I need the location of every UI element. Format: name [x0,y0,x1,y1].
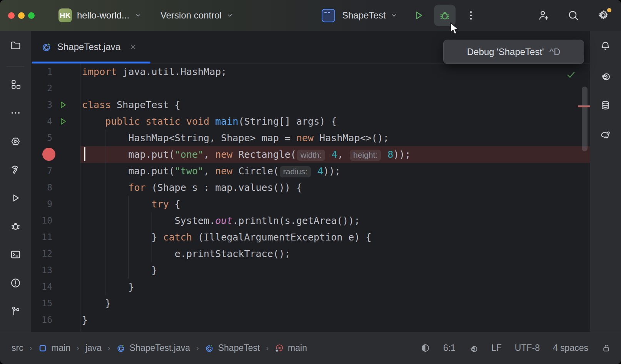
gutter-line-15[interactable]: 15 [31,295,80,312]
close-tab-icon[interactable] [129,43,137,51]
gutter-line-16[interactable]: 16 [31,312,80,328]
structure-icon[interactable] [7,77,24,93]
close-window-button[interactable] [8,12,15,19]
problems-icon[interactable] [7,275,24,291]
line-text: map.put("one", new Rectangle(width: 4, h… [80,146,411,163]
contrast-icon[interactable] [421,343,430,353]
gutter-separator [80,63,80,332]
breadcrumb-java[interactable]: java [85,343,102,353]
run-play-icon[interactable] [7,190,24,206]
breadcrumb-separator-icon: › [265,344,269,352]
run-config-name[interactable]: ShapeTest [342,10,386,21]
breadcrumb-separator-icon: › [107,344,111,352]
gutter-line-11[interactable]: 11 [31,229,80,245]
chevron-down-icon [226,12,234,19]
gutter-line-7[interactable]: 7 [31,163,80,179]
ai-assistant-icon[interactable] [597,67,614,84]
zoom-window-button[interactable] [28,12,35,19]
project-widget[interactable]: HK hello-world... [58,8,142,22]
class-run-icon [42,42,52,52]
breadcrumb-shapetest[interactable]: ShapeTest [205,343,260,353]
breadcrumb-label: src [12,343,23,353]
code-editor[interactable]: 1import java.util.HashMap;23class ShapeT… [31,63,590,332]
run-line-icon[interactable] [52,97,80,113]
indent-guide [152,212,152,262]
breadcrumb-main[interactable]: mmain [275,343,307,353]
gutter-line-1[interactable]: 1 [31,63,80,80]
more-horizontal-icon[interactable] [7,105,24,121]
debug-bug-icon[interactable] [7,219,24,234]
project-name: hello-world... [77,10,129,21]
ai-assistant-icon[interactable] [469,343,478,353]
line-text: } [80,295,111,312]
build-hammer-icon[interactable] [7,162,24,177]
gradle-elephant-icon[interactable] [597,126,614,143]
services-icon[interactable] [7,134,24,149]
status-6-1[interactable]: 6:1 [443,343,456,353]
gutter-line-3[interactable]: 3 [31,97,80,113]
error-stripe-breakpoint-mark[interactable] [578,105,590,107]
method-icon: m [275,344,284,353]
code-line-8: 8 for (Shape s : map.values()) { [31,179,590,196]
run-config-icon[interactable] [322,9,335,22]
settings-button[interactable] [593,5,614,26]
git-branch-icon[interactable] [7,303,24,319]
breadcrumb-label: ShapeTest.java [130,343,190,353]
search-everywhere-button[interactable] [563,5,584,26]
line-text: } [80,312,88,328]
lock-open-icon[interactable] [601,343,611,353]
settings-badge [607,8,611,12]
folder-icon[interactable] [7,37,24,53]
status-utf-8[interactable]: UTF-8 [515,343,540,353]
editor-scrollbar[interactable] [582,87,588,151]
tooltip-text: Debug 'ShapeTest' [467,47,544,57]
run-line-icon[interactable] [52,113,80,130]
breadcrumb-label: main [51,343,70,353]
database-icon[interactable] [597,97,614,114]
breadcrumb-label: ShapeTest [218,343,260,353]
gutter-line-9[interactable]: 9 [31,196,80,212]
code-line-17: 17 [31,328,590,332]
gutter-line-13[interactable]: 13 [31,262,80,279]
editor-tab-shapetest[interactable]: ShapeTest.java [31,31,147,63]
code-line-4: 4 public static void main(String[] args)… [31,113,590,130]
gutter-line-10[interactable]: 10 [31,212,80,229]
mouse-cursor-icon [449,22,461,37]
more-actions-button[interactable] [460,5,482,26]
indent-guide [128,196,129,279]
terminal-icon[interactable] [7,247,24,262]
notifications-bell-icon[interactable] [597,37,614,54]
line-number: 10 [31,212,52,229]
gutter-line-2[interactable]: 2 [31,80,80,97]
code-line-16: 16} [31,312,590,328]
gutter-line-6[interactable] [31,146,80,163]
run-button[interactable] [408,5,429,26]
right-toolwindow-stripe [590,31,621,332]
line-number: 5 [31,130,52,146]
vcs-widget[interactable]: Version control [160,10,234,21]
breadcrumb-shapetest-java[interactable]: ShapeTest.java [117,343,190,353]
line-number: 8 [31,179,52,196]
gutter-line-5[interactable]: 5 [31,130,80,146]
breadcrumb-separator-icon: › [195,344,200,352]
breakpoint-icon[interactable] [42,148,55,161]
status-lf[interactable]: LF [491,343,502,353]
gutter-line-17[interactable]: 17 [31,328,80,332]
line-text: import java.util.HashMap; [80,63,227,80]
gutter-line-4[interactable]: 4 [31,113,80,130]
gutter-line-14[interactable]: 14 [31,279,80,295]
gutter-line-8[interactable]: 8 [31,179,80,196]
inspections-ok-icon[interactable] [566,70,576,80]
breadcrumb-src[interactable]: src [12,343,23,353]
code-line-13: 13 } [31,262,590,279]
gutter-line-12[interactable]: 12 [31,245,80,262]
text-caret [84,147,85,161]
indent-guide [105,130,105,295]
chevron-down-icon [134,12,142,19]
breadcrumb-main[interactable]: main [38,343,70,353]
add-user-button[interactable] [533,5,554,26]
status-bar: src›main›java›ShapeTest.java›ShapeTest›m… [0,332,621,364]
status-4-spaces[interactable]: 4 spaces [553,343,588,353]
line-number: 1 [31,63,52,80]
minimize-window-button[interactable] [18,12,25,19]
